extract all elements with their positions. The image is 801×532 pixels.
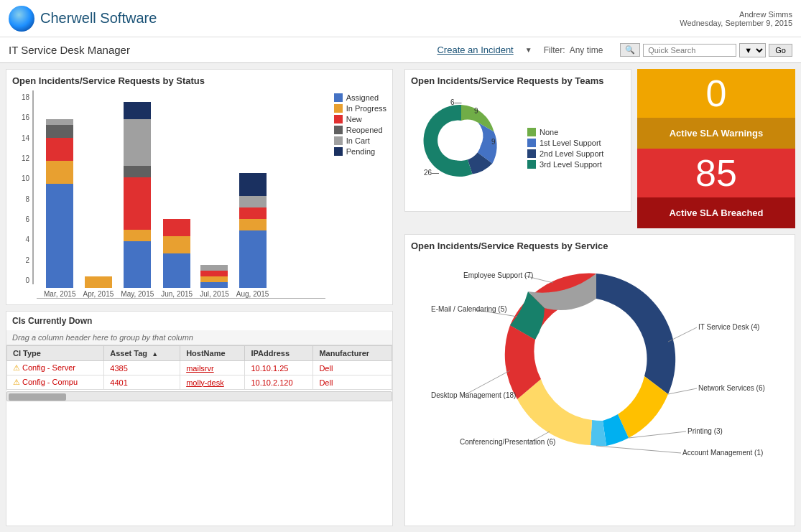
dropdown-arrow-icon[interactable]: ▼ [525,46,532,54]
search-area: 🔍 ▼ Go [620,43,792,57]
cell-hostname[interactable]: molly-desk [180,375,245,390]
legend-label-pending: Pending [346,147,375,156]
label-printing: Printing (3) [687,427,723,435]
horizontal-scrollbar[interactable] [6,391,392,401]
create-incident-link[interactable]: Create an Incident [437,45,513,55]
legend-item-new: New [334,115,386,123]
filter-label: Filter: [544,45,565,55]
sla-warnings-value: 0 [646,75,787,112]
bar-inprogress [46,161,73,184]
service-donut-svg: IT Service Desk (4) Network Services (6)… [411,256,789,464]
search-go-button[interactable]: Go [769,44,792,57]
bar-label-jun: Jun, 2015 [161,290,193,298]
sort-icon: ▲ [152,350,158,358]
col-asset-tag[interactable]: Asset Tag ▲ [104,346,180,361]
search-input[interactable] [643,44,736,57]
bar-may-reopened [124,166,151,177]
logo-area: Cherwell Software [9,6,157,32]
legend-item-pending: Pending [334,147,386,156]
right-panel: Open Incidents/Service Requests by Teams [399,63,801,532]
warning-icon: ⚠ [13,363,20,372]
label-network-services: Network Services (6) [698,384,765,392]
filter-value[interactable]: Any time [570,45,603,55]
cell-ip: 10.10.2.120 [245,375,313,390]
sla-container: 0 Active SLA Warnings 85 Active SLA Brea… [637,69,795,228]
label-line-it [668,327,697,342]
sla-breach-box: 85 [637,149,795,197]
bar-apr-inprogress [85,276,112,288]
bar-jun-inprogress [163,236,190,253]
user-name: Andrew Simms [680,10,792,19]
bar-may-assigned [124,241,151,288]
legend-item-1st: 1st Level Support [527,139,603,147]
search-icon-button[interactable]: 🔍 [620,43,640,57]
legend-color-inprogress [334,104,343,113]
cell-ci-type: ⚠Config - Server [7,361,104,375]
cell-manufacturer: Dell [313,375,392,390]
toolbar: IT Service Desk Manager Create an Incide… [0,37,801,63]
drag-hint: Drag a column header here to group by th… [6,330,392,345]
col-manufacturer[interactable]: Manufacturer [313,346,392,361]
legend-item-inprogress: In Progress [334,104,386,113]
sla-breach-label: Active SLA Breached [646,203,787,223]
bar-aug-pending [239,173,267,196]
bar-incart [46,119,73,125]
bar-jul-inprogress [200,276,228,282]
bar-jun-new [163,219,190,236]
legend-color-none [527,128,536,136]
cell-asset-tag: 4401 [104,375,180,390]
sla-warnings-label-box: Active SLA Warnings [637,118,795,149]
legend-item-incart: In Cart [334,136,386,145]
search-type-select[interactable]: ▼ [739,43,766,57]
bar-label-apr: Apr, 2015 [83,290,114,298]
label-email-cal: E-Mail / Calendaring (5) [431,305,507,313]
filter-area: Filter: Any time [544,45,603,55]
y-axis: 18 16 14 12 10 8 6 4 2 0 [12,90,29,299]
legend-color-3rd [527,160,536,169]
legend-label-inprogress: In Progress [346,104,386,113]
teams-donut-container: 9 9 6— 26— [411,90,511,205]
legend-label-new: New [346,115,362,123]
table-row: ⚠Config - Server 4385 mailsrvr 10.10.1.2… [7,361,392,375]
right-top-row: Open Incidents/Service Requests by Teams [404,69,795,228]
user-info: Andrew Simms Wednesday, September 9, 201… [680,10,792,27]
legend-color-2nd [527,149,536,158]
sla-breach-label-box: Active SLA Breached [637,197,795,228]
teams-legend: None 1st Level Support 2nd Level Support [527,128,603,169]
label-conferencing: Conferencing/Presentation (6) [460,438,555,446]
bar-aug-new [239,207,267,219]
scrollbar-thumb[interactable] [9,393,66,401]
service-chart-panel: Open Incidents/Service Requests by Servi… [404,234,795,526]
teams-donut-svg: 9 9 6— 26— [411,90,511,205]
cell-hostname[interactable]: mailsrvr [180,361,245,375]
legend-label-2nd: 2nd Level Support [540,149,603,158]
bar-group-jun: Jun, 2015 [161,218,193,298]
bar-label-may: May, 2015 [121,290,154,298]
bar-group-apr: Apr, 2015 [83,276,114,298]
legend-item-assigned: Assigned [334,93,386,102]
ci-data-table: CI Type Asset Tag ▲ HostName IPAddress M… [6,345,392,390]
bar-group-mar: Mar, 2015 [44,114,75,298]
bar-may-new [124,177,151,230]
bar-may-inprogress [124,230,151,241]
app-title: Cherwell Software [40,10,157,27]
teams-label-9b: 9 [491,138,496,146]
bar-reopened [46,125,73,138]
bar-aug-incart [239,196,267,207]
col-hostname[interactable]: HostName [180,346,245,361]
col-ci-type[interactable]: CI Type [7,346,104,361]
label-line-network [668,388,697,394]
teams-chart-panel: Open Incidents/Service Requests by Teams [404,69,631,212]
teams-chart-title: Open Incidents/Service Requests by Teams [411,75,625,86]
legend-label-none: None [540,128,558,136]
cell-ip: 10.10.1.25 [245,361,313,375]
bar-new [46,138,73,161]
app-logo [9,6,34,32]
bar-may-incart [124,119,151,166]
bar-label-jul: Jul, 2015 [200,290,229,298]
col-ipaddress[interactable]: IPAddress [245,346,313,361]
label-account-mgmt: Account Management (1) [682,449,763,457]
bar-label-aug: Aug, 2015 [236,290,269,298]
sla-breach-value: 85 [646,154,787,192]
bar-chart-panel: Open Incidents/Service Requests by Statu… [6,69,393,305]
